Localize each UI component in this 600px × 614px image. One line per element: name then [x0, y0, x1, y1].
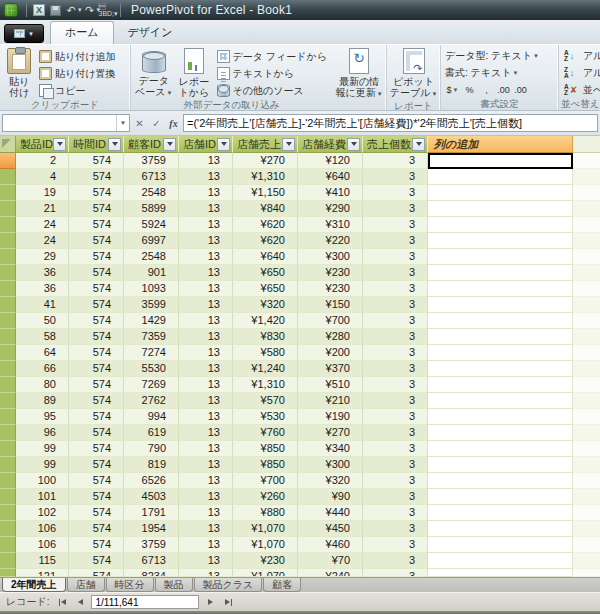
grid-cell[interactable]: ¥320 [298, 473, 363, 489]
grid-cell[interactable]: 121 [16, 569, 69, 577]
grid-cell[interactable]: 13 [179, 201, 233, 217]
grid-cell[interactable]: ¥1,070 [233, 521, 298, 537]
filter-dropdown-icon[interactable] [347, 138, 360, 151]
grid-cell[interactable]: 3 [363, 361, 428, 377]
grid-cell[interactable]: ¥260 [233, 489, 298, 505]
grid-cell[interactable]: ¥1,070 [233, 569, 298, 577]
format-combo[interactable]: 書式: テキスト▼ [443, 64, 556, 81]
grid-cell[interactable]: ¥460 [298, 537, 363, 553]
grid-cell[interactable]: ¥830 [233, 329, 298, 345]
grid-cell[interactable]: 574 [69, 537, 124, 553]
grid-cell[interactable]: 13 [179, 505, 233, 521]
grid-cell[interactable]: ¥640 [298, 169, 363, 185]
grid-cell[interactable]: ¥290 [298, 201, 363, 217]
grid-cell[interactable]: ¥650 [233, 281, 298, 297]
grid-cell[interactable]: ¥1,310 [233, 169, 298, 185]
grid-cell[interactable]: 102 [16, 505, 69, 521]
grid-cell[interactable]: 6713 [124, 553, 179, 569]
paste-replace-button[interactable]: 貼り付け置換 [36, 65, 118, 82]
grid-cell[interactable]: ¥700 [233, 473, 298, 489]
filter-dropdown-icon[interactable] [412, 138, 425, 151]
grid-cell[interactable]: 13 [179, 169, 233, 185]
grid-cell[interactable]: 1791 [124, 505, 179, 521]
row-selector[interactable] [0, 393, 16, 409]
grid-cell[interactable]: 3 [363, 409, 428, 425]
grid-cell[interactable]: 3 [363, 473, 428, 489]
row-selector[interactable] [0, 233, 16, 249]
add-column-cell[interactable] [428, 537, 573, 553]
grid-cell[interactable]: 100 [16, 473, 69, 489]
grid-cell[interactable]: 24 [16, 233, 69, 249]
add-column-cell[interactable] [428, 473, 573, 489]
name-box[interactable]: ▼ [2, 114, 130, 132]
grid-cell[interactable]: 574 [69, 441, 124, 457]
row-selector[interactable] [0, 425, 16, 441]
sheet-tab-5[interactable]: 製品クラス [194, 578, 263, 592]
grid-cell[interactable]: 574 [69, 569, 124, 577]
comma-button[interactable]: , [479, 83, 494, 97]
copy-button[interactable]: コピー [36, 82, 118, 99]
paste-button[interactable]: 貼り付け [2, 47, 36, 98]
add-column-cell[interactable] [428, 297, 573, 313]
grid-cell[interactable]: 13 [179, 249, 233, 265]
grid-cell[interactable]: ¥90 [298, 489, 363, 505]
grid-cell[interactable]: 13 [179, 425, 233, 441]
grid-cell[interactable]: 2548 [124, 185, 179, 201]
select-all-corner[interactable] [0, 136, 16, 153]
filter-dropdown-icon[interactable] [217, 138, 230, 151]
file-menu-button[interactable]: ▼ [4, 24, 44, 43]
grid-cell[interactable]: ¥530 [233, 409, 298, 425]
grid-cell[interactable]: 3 [363, 201, 428, 217]
grid-cell[interactable]: 80 [16, 377, 69, 393]
excel-icon[interactable]: X [31, 2, 47, 18]
grid-cell[interactable]: ¥270 [233, 153, 298, 169]
grid-cell[interactable]: ¥200 [298, 345, 363, 361]
grid-cell[interactable]: 3 [363, 377, 428, 393]
grid-cell[interactable]: 574 [69, 553, 124, 569]
grid-cell[interactable]: 574 [69, 297, 124, 313]
grid-cell[interactable]: 574 [69, 393, 124, 409]
row-selector[interactable] [0, 441, 16, 457]
grid-cell[interactable]: ¥300 [298, 249, 363, 265]
grid-cell[interactable]: ¥280 [298, 329, 363, 345]
grid-cell[interactable]: 13 [179, 473, 233, 489]
grid-cell[interactable]: 6713 [124, 169, 179, 185]
grid-cell[interactable]: ¥310 [298, 217, 363, 233]
grid-cell[interactable]: ¥570 [233, 393, 298, 409]
grid-cell[interactable]: 3 [363, 345, 428, 361]
grid-cell[interactable]: 3 [363, 457, 428, 473]
grid-cell[interactable]: 574 [69, 489, 124, 505]
row-selector[interactable] [0, 265, 16, 281]
grid-cell[interactable]: 64 [16, 345, 69, 361]
add-column-cell[interactable] [428, 185, 573, 201]
grid-cell[interactable]: 3599 [124, 297, 179, 313]
row-selector[interactable] [0, 153, 16, 169]
grid-cell[interactable]: 3 [363, 329, 428, 345]
column-header-7[interactable]: 売上個数 [363, 136, 428, 153]
grid-cell[interactable]: ¥1,150 [233, 185, 298, 201]
grid-cell[interactable]: 13 [179, 297, 233, 313]
grid-cell[interactable]: ¥410 [298, 185, 363, 201]
grid-cell[interactable]: 3 [363, 393, 428, 409]
grid-cell[interactable]: 3 [363, 169, 428, 185]
sheet-tab-3[interactable]: 時区分 [106, 578, 154, 592]
grid-cell[interactable]: ¥1,070 [233, 537, 298, 553]
grid-cell[interactable]: 1093 [124, 281, 179, 297]
column-header-5[interactable]: 店舗売上 [233, 136, 298, 153]
add-column-cell[interactable] [428, 521, 573, 537]
grid-cell[interactable]: 3 [363, 553, 428, 569]
add-column-cell[interactable] [428, 425, 573, 441]
grid-cell[interactable]: 5924 [124, 217, 179, 233]
grid-cell[interactable]: 13 [179, 489, 233, 505]
add-column-cell[interactable] [428, 313, 573, 329]
grid-cell[interactable]: 574 [69, 313, 124, 329]
row-selector[interactable] [0, 505, 16, 521]
grid-cell[interactable]: ¥70 [298, 553, 363, 569]
grid-cell[interactable]: 574 [69, 377, 124, 393]
qat-customize-icon[interactable]:  3BD;▾ [100, 2, 116, 18]
grid-cell[interactable]: ¥340 [298, 441, 363, 457]
grid-cell[interactable]: 574 [69, 281, 124, 297]
grid-cell[interactable]: 574 [69, 249, 124, 265]
grid-cell[interactable]: 790 [124, 441, 179, 457]
grid-cell[interactable]: 3 [363, 425, 428, 441]
